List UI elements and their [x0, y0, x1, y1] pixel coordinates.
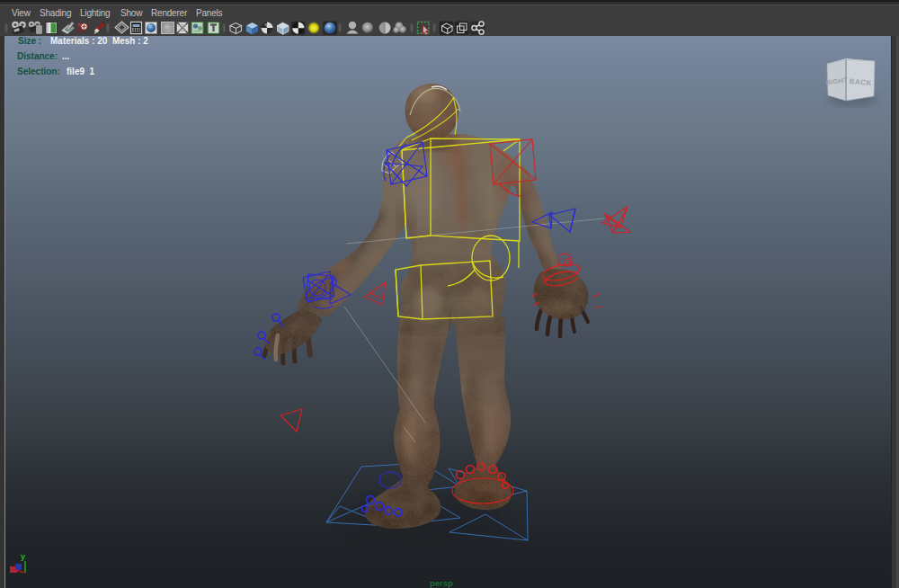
svg-text:y: y — [21, 552, 25, 561]
